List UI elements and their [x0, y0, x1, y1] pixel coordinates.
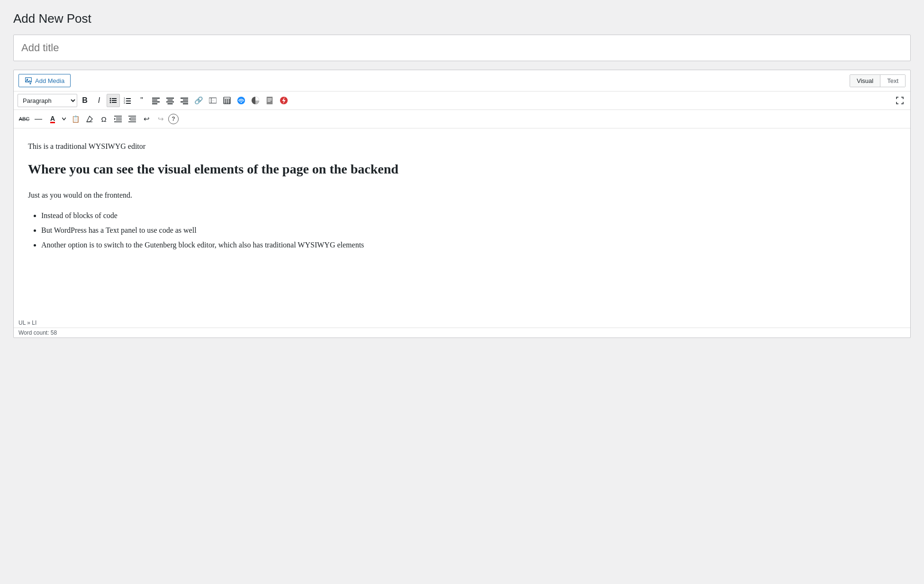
- bolt-plugin-button[interactable]: [277, 94, 290, 107]
- svg-rect-27: [183, 103, 188, 104]
- svg-text:···: ···: [212, 99, 214, 102]
- wifi-icon: [237, 96, 245, 105]
- align-center-button[interactable]: [163, 94, 177, 107]
- svg-rect-24: [181, 98, 188, 99]
- svg-rect-13: [126, 100, 131, 101]
- eraser-icon: [86, 115, 93, 123]
- svg-rect-16: [152, 98, 160, 99]
- align-right-button[interactable]: [178, 94, 191, 107]
- paragraph-format-select[interactable]: Paragraph Heading 1 Heading 2 Heading 3 …: [18, 94, 77, 107]
- more-tag-button[interactable]: ···: [206, 94, 219, 107]
- align-left-button[interactable]: [149, 94, 163, 107]
- svg-point-4: [110, 98, 111, 100]
- svg-rect-21: [168, 100, 173, 100]
- align-center-icon: [166, 97, 174, 104]
- fullscreen-icon: [896, 97, 904, 104]
- blockquote-button[interactable]: ": [135, 94, 148, 107]
- strikethrough-icon: ABC: [19, 116, 30, 122]
- text-color-dropdown-button[interactable]: [60, 112, 68, 126]
- text-color-icon: A: [50, 115, 55, 123]
- toolbar-row-2: ABC — A 📋 Ω: [14, 110, 910, 128]
- list-item: Instead of blocks of code: [41, 209, 896, 222]
- italic-button[interactable]: I: [92, 94, 106, 107]
- content-heading: Where you can see the visual elements of…: [28, 161, 896, 178]
- text-color-button[interactable]: A: [46, 112, 59, 126]
- tab-text[interactable]: Text: [880, 75, 905, 87]
- svg-rect-26: [181, 101, 188, 102]
- editor-container: Add Media Visual Text Paragraph Heading …: [13, 70, 911, 338]
- list-item: But WordPress has a Text panel to use co…: [41, 224, 896, 237]
- svg-text:3.: 3.: [124, 101, 126, 104]
- insert-link-button[interactable]: 🔗: [192, 94, 205, 107]
- clear-formatting-button[interactable]: [83, 112, 96, 126]
- special-chars-button[interactable]: Ω: [97, 112, 110, 126]
- svg-rect-11: [126, 98, 131, 99]
- svg-rect-18: [152, 101, 160, 102]
- outdent-icon: [128, 115, 136, 123]
- editor-content-area[interactable]: This is a traditional WYSIWYG editor Whe…: [14, 128, 910, 318]
- table-icon: [223, 97, 231, 104]
- svg-rect-15: [126, 103, 131, 104]
- chevron-down-icon: [62, 118, 66, 120]
- visual-text-tab-group: Visual Text: [850, 74, 906, 87]
- title-input-wrapper: [13, 35, 911, 61]
- ordered-list-icon: 1. 2. 3.: [124, 97, 131, 104]
- unordered-list-icon: [109, 97, 117, 104]
- pie-plugin-button[interactable]: [249, 94, 262, 107]
- unordered-list-button[interactable]: [107, 94, 120, 107]
- pie-icon: [251, 96, 260, 105]
- svg-marker-47: [87, 116, 92, 122]
- svg-rect-43: [268, 100, 272, 100]
- svg-rect-22: [166, 101, 174, 102]
- svg-rect-7: [112, 100, 117, 101]
- svg-rect-19: [152, 103, 157, 104]
- align-left-icon: [152, 97, 160, 104]
- bold-button[interactable]: B: [78, 94, 91, 107]
- align-right-icon: [181, 97, 188, 104]
- svg-rect-42: [268, 99, 272, 99]
- word-count-label: Word count:: [18, 329, 49, 336]
- svg-point-6: [110, 100, 111, 101]
- help-button[interactable]: ?: [168, 114, 179, 124]
- wifi-plugin-button[interactable]: [235, 94, 248, 107]
- post-title-input[interactable]: [14, 35, 910, 61]
- add-media-button[interactable]: Add Media: [18, 74, 71, 87]
- ordered-list-button[interactable]: 1. 2. 3.: [121, 94, 134, 107]
- bolt-icon: [280, 96, 288, 105]
- indent-icon: [114, 115, 122, 123]
- svg-rect-25: [183, 100, 188, 100]
- indent-button[interactable]: [111, 112, 125, 126]
- undo-button[interactable]: ↩: [140, 112, 153, 126]
- fullscreen-button[interactable]: [893, 94, 906, 107]
- more-tag-icon: ···: [209, 97, 217, 104]
- horizontal-rule-button[interactable]: —: [32, 112, 45, 126]
- page-plugin-button[interactable]: [263, 94, 276, 107]
- breadcrumb-bar: UL » LI: [14, 318, 910, 328]
- list-item: Another option is to switch to the Guten…: [41, 238, 896, 251]
- redo-button[interactable]: ↪: [154, 112, 167, 126]
- svg-rect-9: [112, 102, 117, 103]
- word-count-value: 58: [51, 329, 57, 336]
- word-count-bar: Word count: 58: [14, 328, 910, 338]
- content-intro: This is a traditional WYSIWYG editor: [28, 140, 896, 153]
- svg-point-39: [241, 101, 242, 103]
- svg-rect-44: [268, 101, 271, 101]
- add-media-icon: [25, 77, 32, 84]
- svg-rect-20: [166, 98, 174, 99]
- outdent-button[interactable]: [126, 112, 139, 126]
- svg-point-8: [110, 102, 111, 103]
- svg-rect-17: [152, 100, 157, 100]
- content-subtext: Just as you would on the frontend.: [28, 189, 896, 201]
- svg-rect-5: [112, 98, 117, 99]
- table-button[interactable]: [220, 94, 234, 107]
- strikethrough-button[interactable]: ABC: [18, 112, 31, 126]
- svg-rect-23: [168, 103, 173, 104]
- paste-as-text-button[interactable]: 📋: [69, 112, 82, 126]
- tab-visual[interactable]: Visual: [850, 75, 880, 87]
- add-media-label: Add Media: [35, 77, 64, 84]
- svg-rect-41: [267, 97, 273, 104]
- toolbar-row-1: Paragraph Heading 1 Heading 2 Heading 3 …: [14, 91, 910, 110]
- breadcrumb: UL » LI: [18, 319, 36, 326]
- page-title: Add New Post: [13, 11, 911, 26]
- content-list: Instead of blocks of code But WordPress …: [41, 209, 896, 252]
